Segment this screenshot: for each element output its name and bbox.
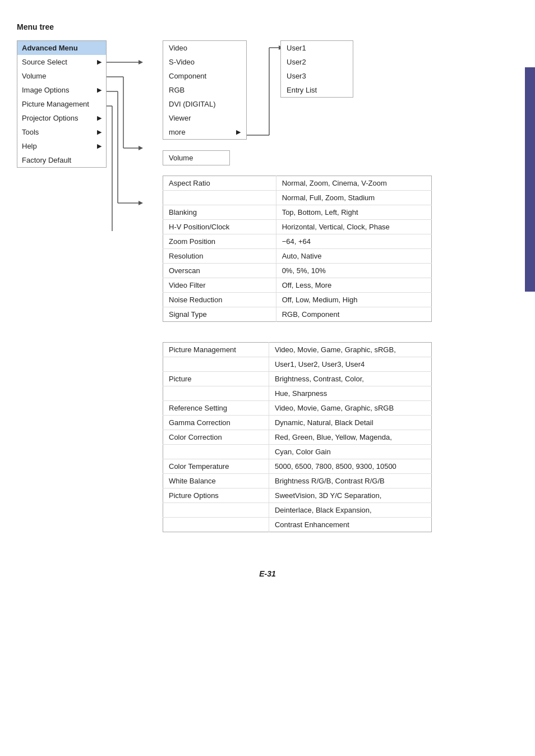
table-row: ResolutionAuto, Native — [163, 249, 432, 264]
source-item-more[interactable]: more ▶ — [163, 125, 246, 139]
connector-lines — [107, 40, 163, 231]
page-title: Menu tree — [17, 22, 518, 31]
arrow-icon: ▶ — [97, 128, 102, 136]
menu-item-source-select[interactable]: Source Select ▶ — [17, 55, 106, 69]
svg-marker-1 — [139, 60, 143, 64]
user-item-1[interactable]: User1 — [281, 41, 353, 55]
arrow-icon: ▶ — [97, 86, 102, 94]
table-row: Normal, Full, Zoom, Stadium — [163, 191, 432, 205]
table-row: Hue, Sharpness — [163, 386, 432, 401]
table-row: Color Temperature5000, 6500, 7800, 8500,… — [163, 459, 432, 474]
table-row: Reference SettingVideo, Movie, Game, Gra… — [163, 401, 432, 416]
menu-item-tools[interactable]: Tools ▶ — [17, 125, 106, 139]
menu-item-projector-options[interactable]: Projector Options ▶ — [17, 111, 106, 125]
source-item-dvi[interactable]: DVI (DIGITAL) — [163, 97, 246, 111]
arrow-icon: ▶ — [236, 128, 241, 136]
user-item-2[interactable]: User2 — [281, 55, 353, 69]
menu-item-advanced[interactable]: Advanced Menu — [17, 41, 106, 55]
table-row: Video FilterOff, Less, More — [163, 278, 432, 293]
table-row: Contrast Enhancement — [163, 518, 432, 532]
side-decoration — [525, 67, 535, 292]
table-row: Picture ManagementVideo, Movie, Game, Gr… — [163, 343, 432, 357]
menu-item-volume[interactable]: Volume — [17, 69, 106, 83]
source-item-component[interactable]: Component — [163, 69, 246, 83]
menu-item-picture-mgmt[interactable]: Picture Management — [17, 97, 106, 111]
table-row: White BalanceBrightness R/G/B, Contrast … — [163, 474, 432, 488]
menu-item-image-options[interactable]: Image Options ▶ — [17, 83, 106, 97]
arrow-icon: ▶ — [97, 142, 102, 150]
image-options-table: Aspect RatioNormal, Zoom, Cinema, V-Zoom… — [163, 176, 432, 322]
menu-item-help[interactable]: Help ▶ — [17, 139, 106, 153]
table-row: BlankingTop, Bottom, Left, Right — [163, 205, 432, 220]
arrow-icon: ▶ — [97, 114, 102, 122]
table-row: User1, User2, User3, User4 — [163, 357, 432, 372]
menu-item-factory-default[interactable]: Factory Default — [17, 153, 106, 167]
svg-marker-5 — [139, 146, 143, 150]
svg-marker-9 — [139, 201, 143, 205]
table-row: Zoom Position−64, +64 — [163, 234, 432, 249]
table-row: PictureBrightness, Contrast, Color, — [163, 372, 432, 386]
table-row: H-V Position/ClockHorizontal, Vertical, … — [163, 220, 432, 234]
main-menu: Advanced Menu Source Select ▶ Volume Ima… — [17, 40, 107, 168]
table-row: Picture OptionsSweetVision, 3D Y/C Separ… — [163, 488, 432, 503]
table-row: Color CorrectionRed, Green, Blue, Yellow… — [163, 430, 432, 445]
volume-box: Volume — [163, 150, 230, 165]
table-row: Signal TypeRGB, Component — [163, 307, 432, 322]
source-connector — [247, 40, 280, 142]
source-item-svideo[interactable]: S-Video — [163, 55, 246, 69]
page-number: E-31 — [17, 569, 518, 578]
table-row: Deinterlace, Black Expansion, — [163, 503, 432, 518]
user-item-3[interactable]: User3 — [281, 69, 353, 83]
table-row: Gamma CorrectionDynamic, Natural, Black … — [163, 416, 432, 430]
source-item-video[interactable]: Video — [163, 41, 246, 55]
source-item-rgb[interactable]: RGB — [163, 83, 246, 97]
table-row: Cyan, Color Gain — [163, 445, 432, 459]
table-row: Aspect RatioNormal, Zoom, Cinema, V-Zoom — [163, 176, 432, 191]
arrow-icon: ▶ — [97, 58, 102, 66]
source-item-viewer[interactable]: Viewer — [163, 111, 246, 125]
table-row: Noise ReductionOff, Low, Medium, High — [163, 293, 432, 307]
svg-marker-17 — [279, 45, 280, 50]
user-item-entry-list[interactable]: Entry List — [281, 83, 353, 97]
picture-mgmt-table: Picture ManagementVideo, Movie, Game, Gr… — [163, 342, 432, 532]
table-row: Overscan0%, 5%, 10% — [163, 264, 432, 278]
source-list: Video S-Video Component RGB DVI (DIGITAL… — [163, 40, 247, 140]
user-list: User1 User2 User3 Entry List — [280, 40, 353, 98]
